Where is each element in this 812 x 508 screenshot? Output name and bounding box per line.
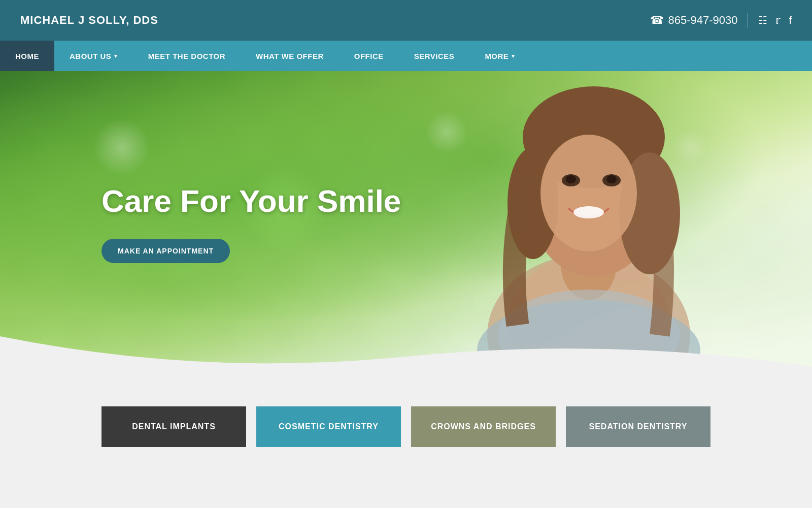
svg-point-10 — [566, 175, 576, 183]
divider — [748, 13, 748, 28]
nav-home[interactable]: HOME — [0, 41, 54, 71]
about-dropdown-arrow: ▾ — [114, 53, 118, 59]
top-bar: MICHAEL J SOLLY, DDS ☎ 865-947-9030 ☷ 𝕣 … — [0, 0, 812, 41]
service-sedation-dentistry[interactable]: SEDATION DENTISTRY — [566, 406, 710, 447]
nav-about-us[interactable]: ABOUT US ▾ — [54, 41, 133, 71]
site-logo: MICHAEL J SOLLY, DDS — [20, 14, 158, 27]
nav-meet-doctor[interactable]: MEET THE DOCTOR — [133, 41, 241, 71]
welcome-section: Welcome to Our Practice Cosmetic Dentist… — [0, 498, 812, 508]
hero-person-illustration — [406, 71, 771, 376]
nav-services[interactable]: SERVICES — [399, 41, 470, 71]
service-dental-implants[interactable]: DENTAL IMPLANTS — [101, 406, 246, 447]
facebook-icon[interactable]: f — [789, 15, 792, 26]
hero-title: Care For Your Smile — [101, 184, 401, 218]
phone-icon: ☎ — [650, 14, 664, 27]
services-grid: DENTAL IMPLANTS COSMETIC DENTISTRY CROWN… — [101, 406, 710, 447]
svg-point-11 — [606, 175, 617, 183]
svg-point-7 — [540, 135, 637, 251]
nav-more[interactable]: MORE ▾ — [469, 41, 530, 71]
hero-wave — [0, 336, 812, 376]
appointment-button[interactable]: MAKE AN APPOINTMENT — [101, 239, 230, 263]
phone-number[interactable]: ☎ 865-947-9030 — [650, 14, 737, 27]
more-dropdown-arrow: ▾ — [512, 53, 515, 59]
social-icons: ☷ 𝕣 f — [758, 14, 792, 26]
main-nav: HOME ABOUT US ▾ MEET THE DOCTOR WHAT WE … — [0, 41, 812, 71]
service-crowns-bridges[interactable]: CROWNS AND BRIDGES — [411, 406, 556, 447]
top-bar-right: ☎ 865-947-9030 ☷ 𝕣 f — [650, 13, 792, 28]
nav-office[interactable]: OFFICE — [339, 41, 399, 71]
service-cosmetic-dentistry[interactable]: COSMETIC DENTISTRY — [256, 406, 401, 447]
services-section: DENTAL IMPLANTS COSMETIC DENTISTRY CROWN… — [0, 376, 812, 498]
hero-content: Care For Your Smile MAKE AN APPOINTMENT — [101, 184, 401, 263]
twitter-icon[interactable]: 𝕣 — [775, 14, 781, 26]
nav-what-we-offer[interactable]: WHAT WE OFFER — [241, 41, 339, 71]
rss-icon[interactable]: ☷ — [758, 14, 767, 26]
hero-section: Care For Your Smile MAKE AN APPOINTMENT — [0, 71, 812, 376]
svg-point-12 — [573, 206, 604, 218]
